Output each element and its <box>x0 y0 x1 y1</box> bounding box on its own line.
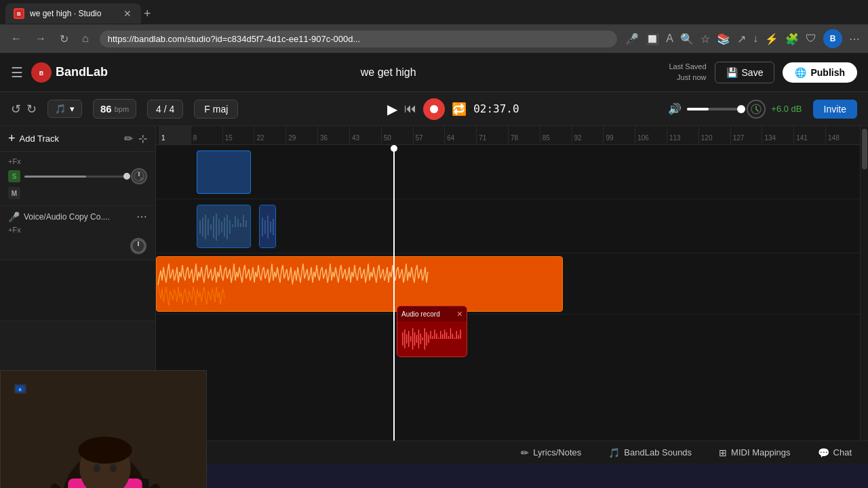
redo-button[interactable]: ↻ <box>26 102 37 117</box>
track-fx-button-2[interactable]: +Fx <box>8 226 21 234</box>
scrollbar-right[interactable] <box>860 126 868 441</box>
invite-button[interactable]: Invite <box>813 100 857 119</box>
audio-record-popup[interactable]: Audio record × <box>397 306 467 357</box>
track-lane-2 <box>156 199 860 253</box>
ruler-mark-78: 78 <box>508 126 540 144</box>
fader-fill-1 <box>24 176 86 178</box>
ruler-mark-50: 50 <box>381 126 413 144</box>
collections-icon[interactable]: 📚 <box>717 33 730 45</box>
last-saved-time: Just now <box>669 73 706 83</box>
time-display: 02:37.0 <box>473 102 519 115</box>
ruler-mark-8: 8 <box>191 126 222 144</box>
key-button[interactable]: F maj <box>194 100 238 119</box>
tab-close-button[interactable]: ✕ <box>122 8 133 19</box>
song-title: we get high <box>108 66 669 79</box>
bookmark-icon[interactable]: ☆ <box>701 33 710 45</box>
extensions2-icon[interactable]: 🧩 <box>785 33 799 45</box>
lyrics-notes-button[interactable]: ✏ Lyrics/Notes <box>515 445 587 461</box>
audio-clip-3[interactable] <box>197 205 251 248</box>
hamburger-menu-button[interactable]: ☰ <box>11 64 23 81</box>
mic-permission-icon[interactable]: 🎤 <box>625 33 639 45</box>
midi-icon: ⊞ <box>719 447 727 458</box>
more-options-icon[interactable]: ⋯ <box>849 33 860 45</box>
font-icon[interactable]: A <box>666 33 673 45</box>
mute-button-1[interactable]: M <box>8 187 20 199</box>
pen-icon: ✏ <box>521 447 529 458</box>
audio-clip-2[interactable] <box>197 150 251 194</box>
tab-title: we get high · Studio <box>30 9 117 18</box>
volume-slider[interactable] <box>687 108 741 110</box>
audio-clip-orange[interactable]: waveform bars <box>156 256 563 312</box>
svg-text:B: B <box>19 388 22 392</box>
forward-button[interactable]: → <box>33 30 49 47</box>
meter-circle[interactable] <box>747 100 766 119</box>
save-icon: 💾 <box>726 67 738 78</box>
pencil-tool[interactable]: ✏ <box>124 132 133 145</box>
fader-track-1[interactable] <box>24 176 127 178</box>
solo-button-1[interactable]: S <box>8 170 20 182</box>
brandlab-icon: B <box>31 62 52 83</box>
time-signature[interactable]: 4 / 4 <box>147 100 183 119</box>
publish-button[interactable]: 🌐 Publish <box>783 62 857 83</box>
rewind-button[interactable]: ⏮ <box>404 102 416 116</box>
audio-record-close-button[interactable]: × <box>457 308 462 319</box>
bpm-label: bpm <box>115 105 129 113</box>
ruler-mark-127: 127 <box>730 126 762 144</box>
midi-mappings-button[interactable]: ⊞ MIDI Mappings <box>713 445 795 461</box>
new-tab-button[interactable]: + <box>144 7 151 21</box>
chat-button[interactable]: 💬 Chat <box>812 445 857 461</box>
pan-knob-1[interactable]: R <box>131 168 147 184</box>
extensions-icon[interactable]: 🔲 <box>646 33 659 45</box>
header-right: Last Saved Just now 💾 Save 🌐 Publish <box>669 62 857 83</box>
ruler-mark-22: 22 <box>254 126 285 144</box>
bpm-display[interactable]: 86 bpm <box>93 99 136 119</box>
volume-icon[interactable]: 🔊 <box>668 102 682 115</box>
undo-button[interactable]: ↺ <box>11 102 21 117</box>
track-tools: ✏ ⊹ <box>124 132 147 145</box>
add-track-button[interactable]: + Add Track <box>8 131 59 146</box>
track-fx-button-1[interactable]: +Fx <box>8 157 21 165</box>
address-bar: ← → ↻ ⌂ 🎤 🔲 A 🔍 ☆ 📚 ↗ ↓ ⚡ 🧩 🛡 B ⋯ <box>0 24 868 53</box>
url-input[interactable] <box>100 30 618 47</box>
ruler-mark-99: 99 <box>603 126 635 144</box>
svg-point-158 <box>110 464 117 472</box>
autotune-dropdown-icon: ▾ <box>70 104 75 114</box>
track-item-2: 🎤 Voice/Audio Copy Co.... ⋯ +Fx <box>0 206 155 260</box>
search-icon[interactable]: 🔍 <box>680 33 694 45</box>
ruler-mark-148: 148 <box>825 126 857 144</box>
ruler-mark-36: 36 <box>317 126 349 144</box>
active-tab[interactable]: B we get high · Studio ✕ <box>5 3 141 24</box>
back-button[interactable]: ← <box>8 30 24 47</box>
bandlab-sounds-label: BandLab Sounds <box>624 447 692 458</box>
mic-icon-2: 🎤 <box>8 211 20 222</box>
home-button[interactable]: ⌂ <box>79 30 92 47</box>
user-avatar[interactable]: B <box>823 29 842 48</box>
pan-knob-2[interactable] <box>130 238 146 254</box>
save-button[interactable]: 💾 Save <box>715 62 775 83</box>
reload-button[interactable]: ↻ <box>57 30 71 48</box>
select-tool[interactable]: ⊹ <box>138 132 147 145</box>
share-icon[interactable]: ↗ <box>737 33 746 45</box>
webcam-svg: I'M JUST TRYING TO FLY B <box>1 371 206 488</box>
record-button[interactable] <box>423 98 445 120</box>
lyrics-notes-label: Lyrics/Notes <box>533 447 581 458</box>
loop-button[interactable]: 🔁 <box>452 102 467 117</box>
ruler-mark-64: 64 <box>444 126 476 144</box>
ruler-mark-85: 85 <box>540 126 572 144</box>
shield-icon[interactable]: 🛡 <box>806 33 816 45</box>
track-more-button-2[interactable]: ⋯ <box>136 210 147 223</box>
audio-record-waveform <box>397 321 467 357</box>
autotune-icon: 🎵 <box>55 104 66 114</box>
track-item-3 <box>0 260 155 321</box>
apps-icon[interactable]: ⚡ <box>765 33 778 45</box>
clip-waveform-orange: waveform bars <box>157 257 563 312</box>
ruler-mark-106: 106 <box>635 126 667 144</box>
sounds-icon: 🎵 <box>608 447 620 458</box>
bandlab-sounds-button[interactable]: 🎵 BandLab Sounds <box>603 445 697 461</box>
svg-rect-100 <box>157 257 563 312</box>
play-button[interactable]: ▶ <box>387 101 397 117</box>
auto-tune-button[interactable]: 🎵 ▾ <box>47 100 82 118</box>
audio-clip-4[interactable] <box>259 205 276 248</box>
scrollbar-thumb[interactable] <box>862 129 867 169</box>
download-icon[interactable]: ↓ <box>753 33 758 45</box>
